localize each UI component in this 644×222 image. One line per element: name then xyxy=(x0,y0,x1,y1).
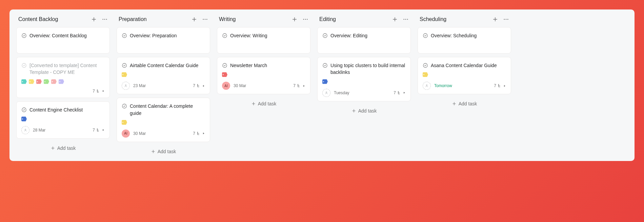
assignee-placeholder[interactable] xyxy=(122,82,130,90)
due-date: 23 Mar xyxy=(133,83,146,88)
complete-check-icon[interactable] xyxy=(423,63,428,68)
subtask-indicator[interactable]: 7 xyxy=(193,83,205,88)
add-card-button[interactable] xyxy=(392,16,398,22)
task-card[interactable]: Newsletter MarchAI30 Mar 7 xyxy=(217,57,310,94)
task-card[interactable]: Overview: Editing xyxy=(317,27,411,54)
tag-icon xyxy=(21,79,27,84)
subtask-count: 7 xyxy=(293,83,296,88)
add-card-button[interactable] xyxy=(291,16,298,22)
plus-icon xyxy=(452,101,457,106)
subtask-indicator[interactable]: 7 xyxy=(494,83,506,88)
card-title: Overview: Editing xyxy=(330,32,367,39)
subtask-indicator[interactable]: 7 xyxy=(93,89,105,94)
add-task-button[interactable]: Add task xyxy=(16,142,110,153)
add-task-button[interactable]: Add task xyxy=(117,145,210,156)
svg-point-30 xyxy=(307,19,308,20)
column-menu-button[interactable] xyxy=(102,16,108,22)
column-menu-button[interactable] xyxy=(202,16,208,22)
tag-icon xyxy=(222,72,227,77)
complete-check-icon[interactable] xyxy=(122,63,127,68)
add-task-label: Add task xyxy=(158,149,176,154)
svg-point-5 xyxy=(22,34,26,38)
add-card-button[interactable] xyxy=(91,16,97,22)
svg-marker-10 xyxy=(103,129,104,131)
tag-row xyxy=(423,72,506,77)
assignee-placeholder[interactable] xyxy=(21,126,29,134)
plus-icon xyxy=(151,149,156,154)
card-footer: AI30 Mar 7 xyxy=(122,129,205,138)
task-card[interactable]: Airtable Content Calendar Guide23 Mar 7 xyxy=(117,57,210,94)
column-header: Preparation xyxy=(117,16,210,27)
complete-check-icon[interactable] xyxy=(222,33,227,38)
tag-icon xyxy=(59,79,64,84)
task-card[interactable]: Asana Content Calendar GuideTomorrow 7 xyxy=(418,57,511,94)
assignee-placeholder[interactable] xyxy=(423,82,431,90)
svg-marker-33 xyxy=(303,85,305,87)
svg-point-54 xyxy=(426,85,427,86)
subtask-icon xyxy=(497,83,502,88)
card-title: [Converted to template] Content Template… xyxy=(29,62,105,76)
card-title: Overview: Writing xyxy=(230,32,267,39)
column-actions xyxy=(492,16,509,22)
svg-marker-55 xyxy=(504,85,505,87)
complete-check-icon[interactable] xyxy=(21,107,27,113)
plus-icon xyxy=(51,146,55,150)
add-card-button[interactable] xyxy=(191,16,197,22)
task-card[interactable]: Overview: Writing xyxy=(217,27,310,54)
task-card[interactable]: Using topic clusters to build internal b… xyxy=(317,57,411,101)
task-card[interactable]: Overview: Content Backlog xyxy=(16,27,110,54)
task-card[interactable]: Content Calendar: A complete guideAI30 M… xyxy=(117,98,210,142)
subtask-indicator[interactable]: 7 xyxy=(394,90,406,95)
complete-check-icon[interactable] xyxy=(122,33,127,38)
task-card[interactable]: Overview: Preparation xyxy=(117,27,210,54)
complete-check-icon[interactable] xyxy=(122,103,127,109)
tag-row xyxy=(21,79,105,84)
column-menu-button[interactable] xyxy=(403,16,409,22)
card-footer: AI30 Mar 7 xyxy=(222,82,305,90)
tag-icon xyxy=(322,79,328,84)
subtask-count: 7 xyxy=(494,83,496,88)
tag-icon xyxy=(122,72,127,77)
chevron-right-icon xyxy=(202,84,205,87)
chevron-right-icon xyxy=(102,89,105,93)
svg-point-18 xyxy=(122,34,126,38)
complete-check-icon[interactable] xyxy=(322,63,328,68)
task-card[interactable]: Content Engine Checklist28 Mar 7 xyxy=(16,101,110,139)
column-menu-button[interactable] xyxy=(503,16,509,22)
complete-check-icon[interactable] xyxy=(222,63,227,68)
add-card-button[interactable] xyxy=(492,16,498,22)
subtask-icon xyxy=(96,89,101,94)
card-title: Airtable Content Calendar Guide xyxy=(130,62,198,69)
tag-icon xyxy=(122,120,127,125)
column-actions xyxy=(392,16,409,22)
svg-point-9 xyxy=(25,129,26,130)
assignee-placeholder[interactable] xyxy=(322,89,330,97)
complete-check-icon[interactable] xyxy=(322,33,328,38)
tag-icon xyxy=(44,79,49,84)
subtask-count: 7 xyxy=(193,131,195,136)
assignee-avatar[interactable]: AI xyxy=(122,129,130,138)
tag-icon xyxy=(21,117,27,121)
complete-check-icon[interactable] xyxy=(21,33,27,38)
add-task-label: Add task xyxy=(258,101,276,106)
column-menu-button[interactable] xyxy=(302,16,308,22)
subtask-indicator[interactable]: 7 xyxy=(293,83,305,88)
chevron-right-icon xyxy=(503,84,506,87)
add-task-button[interactable]: Add task xyxy=(418,98,511,108)
tag-icon xyxy=(51,79,57,84)
assignee-avatar[interactable]: AI xyxy=(222,82,230,90)
add-task-button[interactable]: Add task xyxy=(217,98,310,108)
task-card[interactable]: Overview: Scheduling xyxy=(418,27,511,54)
task-card[interactable]: [Converted to template] Content Template… xyxy=(16,57,110,98)
card-title: Overview: Content Backlog xyxy=(29,32,87,39)
kanban-board: Content Backlog Overview: Content Backlo… xyxy=(9,9,635,161)
subtask-indicator[interactable]: 7 xyxy=(193,131,205,136)
svg-marker-23 xyxy=(203,133,204,134)
complete-check-icon[interactable] xyxy=(21,63,27,68)
svg-point-22 xyxy=(122,104,126,108)
due-date: 30 Mar xyxy=(133,131,146,136)
column-actions xyxy=(91,16,108,22)
complete-check-icon[interactable] xyxy=(423,33,428,38)
add-task-button[interactable]: Add task xyxy=(317,105,411,116)
subtask-indicator[interactable]: 7 xyxy=(93,128,105,133)
